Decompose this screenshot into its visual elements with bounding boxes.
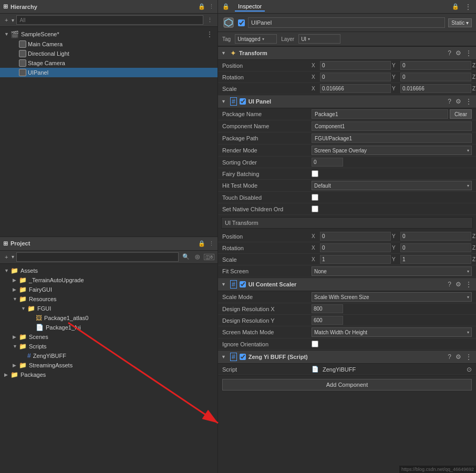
uipanel-help-btn[interactable]: ? xyxy=(447,98,452,105)
transform-section-header[interactable]: ▼ ✦ Transform ? ⚙ ⋮ xyxy=(218,46,476,60)
uipanel-enabled-checkbox[interactable] xyxy=(240,98,246,105)
hierarchy-item-stagecamera[interactable]: Stage Camera xyxy=(0,58,218,68)
zengyibuff-enabled-checkbox[interactable] xyxy=(240,354,246,360)
zengyibuff-more-btn[interactable]: ⋮ xyxy=(464,353,473,361)
scale-y-input[interactable] xyxy=(400,84,471,93)
inspector-header-lock[interactable]: 🔒 xyxy=(452,3,459,10)
ui-transform-subheader[interactable]: UI Transform xyxy=(221,217,473,229)
design-res-x-input[interactable] xyxy=(312,304,343,313)
uiscaler-settings-btn[interactable]: ⚙ xyxy=(454,281,462,288)
hierarchy-item-maincamera[interactable]: Main Camera xyxy=(0,39,218,49)
packages-folder[interactable]: ▶ 📁 Packages xyxy=(0,370,218,379)
project-filter-btn[interactable]: ◎ xyxy=(193,253,202,261)
tag-dropdown[interactable]: Untagged ▾ xyxy=(235,34,277,44)
hierarchy-item-samplescene[interactable]: ▼ 🎬 SampleScene* ⋮ xyxy=(0,29,218,39)
hierarchy-more-icon[interactable]: ⋮ xyxy=(209,3,214,10)
design-res-x-label: Design Resolution X xyxy=(222,306,312,312)
rot-y-input[interactable] xyxy=(400,73,471,81)
fairy-batching-checkbox[interactable] xyxy=(312,170,318,177)
clear-button[interactable]: Clear xyxy=(450,109,472,119)
scenes-folder[interactable]: ▶ 📁 Scenes xyxy=(0,332,218,342)
add-component-button[interactable]: Add Component xyxy=(222,379,472,390)
resources-folder[interactable]: ▼ 📁 Resources xyxy=(0,294,218,304)
component-name-input[interactable] xyxy=(312,121,472,131)
streamingassets-folder[interactable]: ▶ 📁 StreamingAssets xyxy=(0,361,218,370)
scale-mode-dropdown[interactable]: Scale With Screen Size ▾ xyxy=(312,292,472,302)
transform-settings-btn[interactable]: ⚙ xyxy=(454,49,462,57)
uipanel-section-header[interactable]: ▼ # UI Panel ? ⚙ ⋮ xyxy=(218,95,476,108)
project-search-input[interactable] xyxy=(16,252,179,262)
uiscaler-enabled-checkbox[interactable] xyxy=(240,281,246,287)
package1atlas0-file[interactable]: 🖼 Package1_atlas0 xyxy=(0,313,218,323)
set-native-checkbox[interactable] xyxy=(312,205,318,212)
pos-y-input[interactable] xyxy=(400,61,471,70)
uipanel-more-btn[interactable]: ⋮ xyxy=(464,98,473,105)
uitransform-scale-x[interactable] xyxy=(320,255,391,264)
uitransform-rot-x[interactable] xyxy=(320,243,391,252)
fairygui-label: FairyGUI xyxy=(29,286,52,293)
screen-match-dropdown[interactable]: Match Width Or Height ▾ xyxy=(312,327,472,337)
package-name-input[interactable] xyxy=(312,109,448,119)
fairygui-folder[interactable]: ▶ 📁 FairyGUI xyxy=(0,285,218,294)
layer-dropdown[interactable]: UI ▾ xyxy=(298,34,340,44)
script-target-btn[interactable]: ⊙ xyxy=(467,366,472,373)
object-name-input[interactable] xyxy=(248,17,445,28)
package1fui-file[interactable]: 📄 Package1_fui xyxy=(0,323,218,332)
hierarchy-menu-btn[interactable]: ⋮ xyxy=(205,16,214,24)
scale-x-input[interactable] xyxy=(320,84,391,93)
zengyibuff-section-header[interactable]: ▼ # Zeng Yi BUFF (Script) ? ⚙ ⋮ xyxy=(218,350,476,364)
uiscaler-more-btn[interactable]: ⋮ xyxy=(464,281,473,288)
hit-test-dropdown[interactable]: Default ▾ xyxy=(312,181,472,190)
scripts-folder[interactable]: ▼ 📁 Scripts xyxy=(0,342,218,351)
fgui-folder[interactable]: ▼ 📁 FGUI xyxy=(0,304,218,313)
uiscaler-section-header[interactable]: ▼ # UI Content Scaler ? ⚙ ⋮ xyxy=(218,277,476,291)
uitransform-pos-x[interactable] xyxy=(320,232,391,241)
uitransform-rot-y[interactable] xyxy=(400,243,471,252)
object-active-checkbox[interactable] xyxy=(238,19,245,26)
hierarchy-add-btn[interactable]: + xyxy=(3,16,9,24)
project-more-icon[interactable]: ⋮ xyxy=(209,240,214,247)
inspector-lock-icon[interactable]: 🔒 xyxy=(222,3,230,10)
zengyibuff-script[interactable]: # ZengYiBUFF xyxy=(0,351,218,361)
static-dropdown[interactable]: Static ▾ xyxy=(448,18,472,27)
project-add-btn[interactable]: + xyxy=(3,253,9,261)
inspector-header-more[interactable]: ⋮ xyxy=(464,3,472,11)
fgui-label: FGUI xyxy=(37,305,51,312)
project-lock-icon[interactable]: 🔒 xyxy=(198,240,205,247)
hierarchy-item-uipanel[interactable]: UIPanel xyxy=(0,68,218,77)
hierarchy-search-input[interactable] xyxy=(16,15,203,25)
rot-x-input[interactable] xyxy=(320,73,391,81)
hierarchy-item-dirlight[interactable]: Directional Light xyxy=(0,49,218,58)
project-find-btn[interactable]: 🔍 xyxy=(181,253,191,261)
render-mode-dropdown[interactable]: Screen Space Overlay ▾ xyxy=(312,146,472,155)
camera-icon xyxy=(19,40,26,48)
tab-inspector[interactable]: Inspector xyxy=(235,2,265,12)
uipanel-hash-icon: # xyxy=(230,97,237,106)
fit-screen-dropdown[interactable]: None ▾ xyxy=(312,266,472,276)
ui-transform-props: Position X Y Z Rotation X Y xyxy=(218,231,476,277)
fairy-batching-row: Fairy Batching xyxy=(218,168,476,180)
ignore-orientation-checkbox[interactable] xyxy=(312,341,318,347)
pos-x-input[interactable] xyxy=(320,61,391,70)
zengyibuff-settings-btn[interactable]: ⚙ xyxy=(454,353,462,361)
object-header: Static ▾ xyxy=(218,14,476,32)
uipanel-settings-btn[interactable]: ⚙ xyxy=(454,98,462,105)
terrainautoupgrade-folder[interactable]: ▶ 📁 _TerrainAutoUpgrade xyxy=(0,275,218,285)
transform-title: Transform xyxy=(239,50,444,56)
zengyibuff-help-btn[interactable]: ? xyxy=(447,353,452,361)
uiscaler-help-btn[interactable]: ? xyxy=(447,281,452,288)
sorting-order-input[interactable] xyxy=(312,158,343,167)
assets-folder[interactable]: ▼ 📁 Assets xyxy=(0,266,218,275)
scene-more-btn[interactable]: ⋮ xyxy=(205,30,214,38)
design-res-y-input[interactable] xyxy=(312,316,343,325)
hierarchy-lock-icon[interactable]: 🔒 xyxy=(198,3,205,10)
touch-disabled-checkbox[interactable] xyxy=(312,194,318,201)
layer-label: Layer xyxy=(281,36,294,42)
package-path-input[interactable] xyxy=(312,133,472,143)
transform-more-btn[interactable]: ⋮ xyxy=(464,49,473,57)
design-res-y-row: Design Resolution Y xyxy=(218,315,476,326)
transform-help-btn[interactable]: ? xyxy=(447,49,452,57)
uitransform-pos-y[interactable] xyxy=(400,232,471,241)
uitransform-scale-y[interactable] xyxy=(400,255,471,264)
light-label: Directional Light xyxy=(28,50,69,57)
